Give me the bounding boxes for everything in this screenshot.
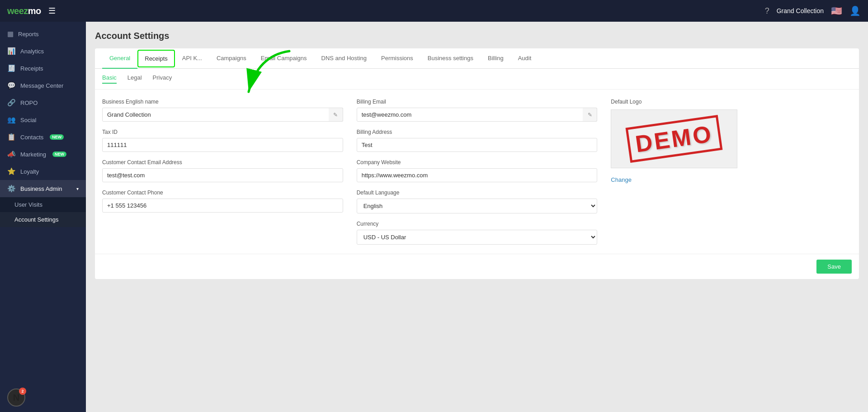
customer-email-label: Customer Contact Email Address bbox=[102, 159, 343, 166]
default-language-group: Default Language English bbox=[357, 189, 598, 213]
demo-stamp: DEMO bbox=[626, 115, 723, 163]
hamburger-icon[interactable]: ☰ bbox=[48, 6, 56, 16]
tax-id-label: Tax ID bbox=[102, 129, 343, 135]
expand-arrow-icon: ▾ bbox=[76, 186, 79, 191]
flag-icon: 🇺🇸 bbox=[831, 5, 842, 16]
form-col-1: Business English name ✎ Tax ID bbox=[102, 99, 343, 245]
business-name-input[interactable] bbox=[102, 108, 343, 122]
company-website-group: Company Website bbox=[357, 159, 598, 182]
business-name-input-wrapper: ✎ bbox=[102, 108, 343, 122]
sidebar-item-social[interactable]: 👥 Social bbox=[0, 111, 86, 128]
billing-address-input[interactable] bbox=[357, 138, 598, 152]
nav-left: weezmo ☰ bbox=[7, 6, 56, 16]
sidebar-item-message-center[interactable]: 💬 Message Center bbox=[0, 77, 86, 94]
sidebar-label-loyalty: Loyalty bbox=[20, 168, 39, 175]
company-website-label: Company Website bbox=[357, 159, 598, 166]
tab-receipts[interactable]: Receipts bbox=[137, 50, 175, 67]
settings-card: General Receipts API K... Campaigns Emai… bbox=[95, 48, 859, 279]
billing-email-input-wrapper: ✎ bbox=[357, 108, 598, 122]
tab-api-keys[interactable]: API K... bbox=[175, 48, 209, 69]
customer-phone-input[interactable] bbox=[102, 199, 343, 213]
sub-tab-privacy[interactable]: Privacy bbox=[153, 74, 172, 84]
sidebar-label-reports: Reports bbox=[18, 31, 39, 38]
billing-address-label: Billing Address bbox=[357, 129, 598, 135]
main-tabs: General Receipts API K... Campaigns Emai… bbox=[95, 48, 859, 69]
sidebar-item-reports[interactable]: ▦ Reports bbox=[0, 25, 86, 43]
avatar-notification-badge: 2 bbox=[19, 388, 26, 395]
billing-email-label: Billing Email bbox=[357, 99, 598, 105]
marketing-icon: 📣 bbox=[7, 150, 16, 158]
tab-dns-hosting[interactable]: DNS and Hosting bbox=[314, 48, 374, 69]
sidebar-label-account-settings: Account Settings bbox=[14, 216, 59, 223]
sidebar-item-user-visits[interactable]: User Visits bbox=[0, 197, 86, 212]
customer-phone-group: Customer Contact Phone bbox=[102, 189, 343, 213]
contacts-new-badge: NEW bbox=[50, 134, 64, 140]
main-content: Account Settings General Receipts bbox=[86, 22, 868, 288]
billing-email-group: Billing Email ✎ bbox=[357, 99, 598, 122]
sidebar-label-message-center: Message Center bbox=[20, 82, 63, 89]
sub-tabs: Basic Legal Privacy bbox=[95, 69, 859, 90]
sub-tab-basic[interactable]: Basic bbox=[102, 74, 117, 84]
tab-business-settings[interactable]: Business settings bbox=[420, 48, 481, 69]
ropo-icon: 🔗 bbox=[7, 99, 16, 107]
logo-placeholder: DEMO bbox=[611, 109, 737, 168]
store-name: Grand Collection bbox=[777, 7, 824, 14]
sidebar-item-marketing[interactable]: 📣 Marketing NEW bbox=[0, 146, 86, 163]
top-nav: weezmo ☰ ? Grand Collection 🇺🇸 👤 bbox=[0, 0, 868, 22]
loyalty-icon: ⭐ bbox=[7, 167, 16, 175]
sub-tab-legal[interactable]: Legal bbox=[127, 74, 142, 84]
sidebar-item-account-settings[interactable]: Account Settings bbox=[0, 212, 86, 227]
business-admin-icon: ⚙️ bbox=[7, 185, 16, 193]
main-wrapper: Account Settings General Receipts bbox=[86, 22, 868, 412]
tab-billing[interactable]: Billing bbox=[481, 48, 511, 69]
sidebar-item-ropo[interactable]: 🔗 ROPO bbox=[0, 94, 86, 111]
analytics-icon: 📊 bbox=[7, 47, 16, 55]
sidebar-label-ropo: ROPO bbox=[20, 99, 38, 106]
form-grid: Business English name ✎ Tax ID bbox=[102, 99, 852, 245]
billing-email-edit-icon[interactable]: ✎ bbox=[583, 108, 597, 122]
avatar-letter: N bbox=[13, 393, 19, 403]
default-language-label: Default Language bbox=[357, 189, 598, 196]
receipts-icon: 🧾 bbox=[7, 64, 16, 72]
tax-id-input[interactable] bbox=[102, 138, 343, 152]
business-name-edit-icon[interactable]: ✎ bbox=[329, 108, 343, 122]
customer-email-input[interactable] bbox=[102, 168, 343, 182]
tab-email-campaigns[interactable]: Email Campaigns bbox=[254, 48, 314, 69]
sidebar-label-receipts: Receipts bbox=[20, 65, 43, 72]
sidebar-item-business-admin[interactable]: ⚙️ Business Admin ▾ bbox=[0, 180, 86, 197]
tax-id-group: Tax ID bbox=[102, 129, 343, 152]
sidebar-label-user-visits: User Visits bbox=[14, 201, 42, 208]
reports-icon: ▦ bbox=[7, 30, 14, 38]
sidebar-item-analytics[interactable]: 📊 Analytics bbox=[0, 43, 86, 60]
tab-audit[interactable]: Audit bbox=[511, 48, 539, 69]
tab-campaigns[interactable]: Campaigns bbox=[209, 48, 254, 69]
billing-email-input[interactable] bbox=[357, 108, 598, 122]
sidebar-item-loyalty[interactable]: ⭐ Loyalty bbox=[0, 163, 86, 180]
save-bar: Save bbox=[95, 254, 859, 279]
page-title: Account Settings bbox=[95, 31, 859, 41]
sidebar-label-social: Social bbox=[20, 117, 36, 123]
customer-email-group: Customer Contact Email Address bbox=[102, 159, 343, 182]
logo: weezmo bbox=[7, 6, 41, 16]
layout: ▦ Reports 📊 Analytics 🧾 Receipts 💬 Messa… bbox=[0, 22, 868, 412]
default-logo-label: Default Logo bbox=[611, 99, 852, 105]
save-button[interactable]: Save bbox=[816, 260, 852, 274]
default-language-select[interactable]: English bbox=[357, 199, 598, 213]
business-name-group: Business English name ✎ bbox=[102, 99, 343, 122]
marketing-new-badge: NEW bbox=[52, 152, 66, 157]
message-center-icon: 💬 bbox=[7, 81, 16, 90]
billing-address-group: Billing Address bbox=[357, 129, 598, 152]
tab-permissions[interactable]: Permissions bbox=[374, 48, 420, 69]
sidebar-label-contacts: Contacts bbox=[20, 134, 43, 141]
form-col-3: Default Logo DEMO Change bbox=[611, 99, 852, 245]
sidebar-label-analytics: Analytics bbox=[20, 48, 44, 55]
company-website-input[interactable] bbox=[357, 168, 598, 182]
sidebar-item-contacts[interactable]: 📋 Contacts NEW bbox=[0, 128, 86, 146]
currency-select[interactable]: USD - US Dollar bbox=[357, 230, 598, 245]
change-logo-link[interactable]: Change bbox=[611, 176, 852, 183]
tab-general[interactable]: General bbox=[102, 48, 137, 69]
sidebar-label-business-admin: Business Admin bbox=[20, 185, 62, 192]
sidebar-item-receipts[interactable]: 🧾 Receipts bbox=[0, 60, 86, 77]
user-avatar-icon[interactable]: 👤 bbox=[849, 5, 861, 16]
help-icon[interactable]: ? bbox=[765, 6, 769, 16]
